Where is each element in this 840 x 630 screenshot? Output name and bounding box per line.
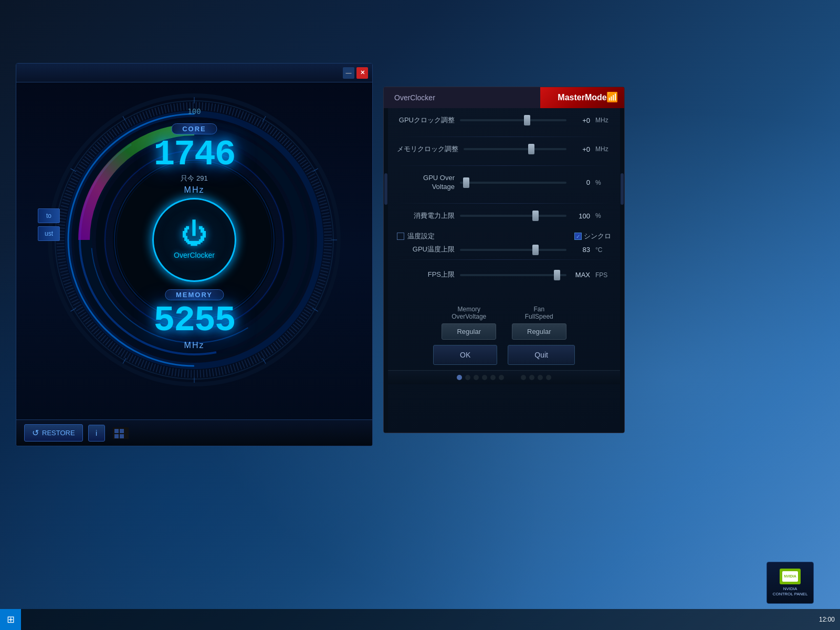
minimize-button[interactable]: —: [343, 67, 354, 79]
mastermode-panel: OverClocker MasterMode 📶 GPUクロック調整 +0 MH…: [383, 87, 625, 433]
dot-1[interactable]: [457, 375, 462, 380]
gpu-overvoltage-value: 0: [572, 178, 590, 186]
start-button[interactable]: ⊞: [0, 609, 21, 630]
gpu-clock-slider[interactable]: [460, 119, 566, 121]
dot-3[interactable]: [474, 375, 479, 380]
gpu-clock-row: GPUクロック調整 +0 MHz: [397, 116, 611, 125]
dot-2[interactable]: [465, 375, 470, 380]
dot-4[interactable]: [482, 375, 487, 380]
power-limit-value: 100: [572, 212, 590, 220]
mm-title-overclocker: OverClocker: [384, 87, 540, 108]
gauge-container: 100 CORE 1746 只今 291 MHz ⏻ OverClocker M…: [42, 88, 346, 392]
power-limit-thumb[interactable]: [532, 211, 539, 221]
memory-overvoltage-group: MemoryOverVoltage Regular: [442, 306, 496, 340]
mem-clock-row: メモリクロック調整 +0 MHz: [397, 145, 611, 154]
mem-clock-slider[interactable]: [464, 148, 566, 150]
fps-limit-unit: FPS: [595, 271, 611, 279]
core-unit: MHz: [153, 185, 235, 195]
nvidia-logo: NVIDIA: [780, 569, 801, 584]
window-content: 100 CORE 1746 只今 291 MHz ⏻ OverClocker M…: [16, 82, 372, 446]
memory-unit: MHz: [153, 341, 235, 350]
memory-fan-row: MemoryOverVoltage Regular FanFullSpeed R…: [394, 306, 614, 340]
power-limit-slider[interactable]: [460, 215, 566, 217]
dot-10[interactable]: [546, 375, 551, 380]
temp-enable-row: 温度設定 ✓ シンクロ: [397, 232, 611, 241]
restore-button[interactable]: ↺ RESTORE: [24, 424, 83, 442]
gpu-temp-value: 83: [572, 246, 590, 254]
restore-icon: ↺: [32, 428, 39, 438]
gpu-temp-label: GPU温度上限: [397, 245, 455, 254]
core-label: CORE: [171, 123, 217, 134]
bottom-bar: ↺ RESTORE i: [16, 419, 372, 446]
divider-4: [397, 259, 611, 260]
core-section: CORE 1746 只今 291 MHz: [153, 123, 235, 195]
ok-quit-row: OK Quit: [394, 345, 614, 365]
close-button[interactable]: ✕: [356, 67, 368, 79]
gpu-clock-thumb[interactable]: [524, 115, 530, 125]
auto-button[interactable]: to: [38, 208, 60, 223]
core-sub: 只今 291: [153, 174, 235, 183]
restore-label: RESTORE: [42, 429, 75, 437]
overclocker-window: — ✕: [16, 63, 373, 446]
temp-checkbox[interactable]: [397, 233, 404, 240]
sync-row: ✓ シンクロ: [574, 232, 611, 241]
wifi-icon: 📶: [606, 91, 618, 103]
gpu-overvoltage-slider[interactable]: [460, 182, 566, 184]
info-button[interactable]: i: [88, 425, 105, 442]
temp-enable-label: 温度設定: [407, 232, 435, 241]
power-limit-row: 消費電力上限 100 %: [397, 212, 611, 220]
power-circle[interactable]: ⏻ OverClocker: [152, 198, 236, 282]
memory-frequency: 5255: [153, 303, 235, 339]
gpu-clock-label: GPUクロック調整: [397, 116, 455, 125]
gpu-temp-row: GPU温度上限 83 °C: [397, 245, 611, 254]
power-limit-unit: %: [595, 212, 611, 219]
fan-fullspeed-group: FanFullSpeed Regular: [512, 306, 566, 340]
core-frequency: 1746: [153, 137, 235, 173]
sync-label: シンクロ: [584, 232, 611, 241]
dot-6[interactable]: [499, 375, 504, 380]
fan-fullspeed-button[interactable]: Regular: [512, 323, 566, 340]
memory-overvoltage-button[interactable]: Regular: [442, 323, 496, 340]
divider-1: [397, 136, 611, 137]
sync-checkbox[interactable]: ✓: [574, 233, 582, 240]
divider-2: [397, 165, 611, 166]
quit-button[interactable]: Quit: [508, 345, 575, 365]
svg-text:100: 100: [187, 107, 201, 116]
fps-limit-thumb[interactable]: [554, 270, 560, 280]
gpu-overvoltage-unit: %: [595, 179, 611, 186]
nvidia-panel[interactable]: NVIDIA NVIDIACONTROL PANEL: [766, 562, 814, 604]
memory-overvoltage-label: MemoryOverVoltage: [452, 306, 486, 320]
gpu-temp-thumb[interactable]: [532, 245, 539, 255]
mem-clock-value: +0: [572, 145, 590, 153]
gpu-overvoltage-label: GPU OverVoltage: [397, 174, 455, 192]
side-buttons: to ust: [38, 208, 60, 241]
ok-button[interactable]: OK: [433, 345, 497, 365]
memory-section: MEMORY 5255 MHz: [153, 289, 235, 350]
gpu-temp-unit: °C: [595, 246, 611, 254]
dot-5[interactable]: [490, 375, 496, 380]
fps-limit-slider[interactable]: [460, 274, 566, 276]
mm-settings-content: GPUクロック調整 +0 MHz メモリクロック調整 +0 MHz GPU Ov…: [384, 108, 624, 300]
taskbar: ⊞ 12:00: [0, 609, 840, 630]
tray-time: 12:00: [819, 616, 835, 623]
divider-3: [397, 203, 611, 204]
fps-limit-row: FPS上限 MAX FPS: [397, 270, 611, 279]
fps-limit-label: FPS上限: [397, 270, 455, 279]
power-button-area[interactable]: ⏻ OverClocker: [152, 198, 236, 282]
grid-icon: [113, 427, 129, 439]
dot-7[interactable]: [521, 375, 526, 380]
system-tray: 12:00: [814, 616, 840, 623]
mem-clock-unit: MHz: [595, 145, 611, 153]
gpu-overvoltage-row: GPU OverVoltage 0 %: [397, 174, 611, 192]
gpu-clock-value: +0: [572, 117, 590, 124]
mem-clock-thumb[interactable]: [528, 144, 534, 154]
nvidia-label: NVIDIACONTROL PANEL: [773, 586, 808, 597]
gpu-overvoltage-thumb[interactable]: [463, 177, 469, 188]
adjust-button[interactable]: ust: [38, 226, 60, 241]
gpu-temp-slider[interactable]: [460, 249, 566, 251]
memory-label: MEMORY: [165, 289, 224, 300]
dot-9[interactable]: [538, 375, 543, 380]
dot-8[interactable]: [529, 375, 534, 380]
power-limit-label: 消費電力上限: [397, 212, 455, 220]
fps-limit-value: MAX: [572, 271, 590, 279]
